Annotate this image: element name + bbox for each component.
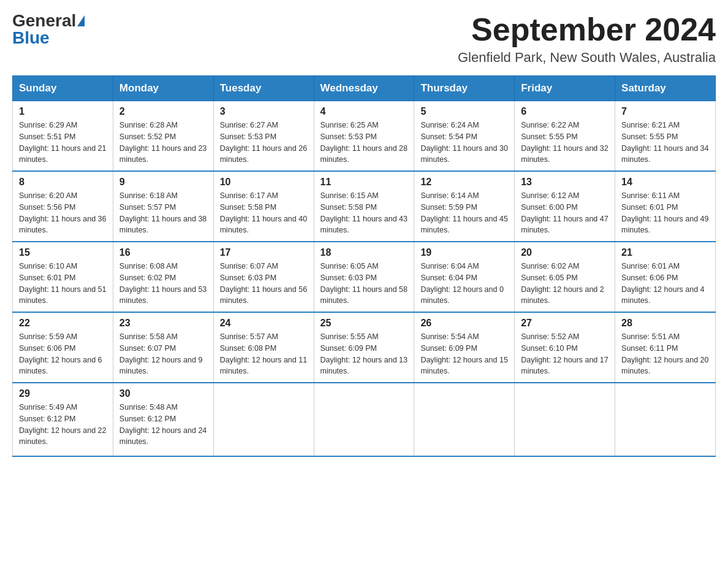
table-row: 27 Sunrise: 5:52 AMSunset: 6:10 PMDaylig… <box>515 312 615 383</box>
header-thursday: Thursday <box>414 76 515 101</box>
day-info: Sunrise: 6:17 AMSunset: 5:58 PMDaylight:… <box>220 191 307 234</box>
table-row: 4 Sunrise: 6:25 AMSunset: 5:53 PMDayligh… <box>314 101 414 172</box>
day-info: Sunrise: 6:21 AMSunset: 5:55 PMDaylight:… <box>621 121 708 164</box>
table-row: 6 Sunrise: 6:22 AMSunset: 5:55 PMDayligh… <box>515 101 615 172</box>
table-row <box>515 383 615 456</box>
day-number: 18 <box>320 247 408 258</box>
day-info: Sunrise: 6:29 AMSunset: 5:51 PMDaylight:… <box>19 121 106 164</box>
day-number: 17 <box>220 247 308 258</box>
day-number: 12 <box>420 177 508 188</box>
header-monday: Monday <box>113 76 213 101</box>
table-row: 30 Sunrise: 5:48 AMSunset: 6:12 PMDaylig… <box>113 383 213 456</box>
day-number: 21 <box>621 247 709 258</box>
day-info: Sunrise: 6:04 AMSunset: 6:04 PMDaylight:… <box>420 262 504 305</box>
table-row: 11 Sunrise: 6:15 AMSunset: 5:58 PMDaylig… <box>314 171 414 242</box>
table-row: 19 Sunrise: 6:04 AMSunset: 6:04 PMDaylig… <box>414 242 515 312</box>
table-row: 28 Sunrise: 5:51 AMSunset: 6:11 PMDaylig… <box>615 312 716 383</box>
table-row: 1 Sunrise: 6:29 AMSunset: 5:51 PMDayligh… <box>13 101 113 172</box>
day-number: 20 <box>521 247 609 258</box>
day-number: 11 <box>320 177 408 188</box>
day-number: 9 <box>119 177 207 188</box>
day-number: 26 <box>420 318 508 329</box>
table-row: 26 Sunrise: 5:54 AMSunset: 6:09 PMDaylig… <box>414 312 515 383</box>
day-info: Sunrise: 5:58 AMSunset: 6:07 PMDaylight:… <box>119 332 203 375</box>
header-saturday: Saturday <box>615 76 716 101</box>
table-row: 23 Sunrise: 5:58 AMSunset: 6:07 PMDaylig… <box>113 312 213 383</box>
table-row: 2 Sunrise: 6:28 AMSunset: 5:52 PMDayligh… <box>113 101 213 172</box>
table-row: 16 Sunrise: 6:08 AMSunset: 6:02 PMDaylig… <box>113 242 213 312</box>
days-header-row: Sunday Monday Tuesday Wednesday Thursday… <box>13 76 716 101</box>
day-info: Sunrise: 6:08 AMSunset: 6:02 PMDaylight:… <box>119 262 207 305</box>
table-row: 7 Sunrise: 6:21 AMSunset: 5:55 PMDayligh… <box>615 101 716 172</box>
day-info: Sunrise: 5:57 AMSunset: 6:08 PMDaylight:… <box>220 332 307 375</box>
day-info: Sunrise: 6:07 AMSunset: 6:03 PMDaylight:… <box>220 262 307 305</box>
day-info: Sunrise: 6:12 AMSunset: 6:00 PMDaylight:… <box>521 191 608 234</box>
table-row: 20 Sunrise: 6:02 AMSunset: 6:05 PMDaylig… <box>515 242 615 312</box>
location-title: Glenfield Park, New South Wales, Austral… <box>458 50 716 66</box>
table-row: 13 Sunrise: 6:12 AMSunset: 6:00 PMDaylig… <box>515 171 615 242</box>
day-info: Sunrise: 6:05 AMSunset: 6:03 PMDaylight:… <box>320 262 408 305</box>
table-row: 12 Sunrise: 6:14 AMSunset: 5:59 PMDaylig… <box>414 171 515 242</box>
day-number: 1 <box>19 106 107 117</box>
table-row: 3 Sunrise: 6:27 AMSunset: 5:53 PMDayligh… <box>213 101 314 172</box>
header-sunday: Sunday <box>13 76 113 101</box>
day-info: Sunrise: 6:01 AMSunset: 6:06 PMDaylight:… <box>621 262 705 305</box>
day-number: 16 <box>119 247 207 258</box>
day-info: Sunrise: 5:54 AMSunset: 6:09 PMDaylight:… <box>420 332 507 375</box>
day-info: Sunrise: 6:25 AMSunset: 5:53 PMDaylight:… <box>320 121 408 164</box>
table-row: 5 Sunrise: 6:24 AMSunset: 5:54 PMDayligh… <box>414 101 515 172</box>
header-tuesday: Tuesday <box>213 76 314 101</box>
day-info: Sunrise: 6:22 AMSunset: 5:55 PMDaylight:… <box>521 121 608 164</box>
table-row <box>314 383 414 456</box>
day-info: Sunrise: 6:14 AMSunset: 5:59 PMDaylight:… <box>420 191 507 234</box>
day-number: 8 <box>19 177 107 188</box>
header-wednesday: Wednesday <box>314 76 414 101</box>
title-area: September 2024 Glenfield Park, New South… <box>458 12 716 66</box>
day-number: 13 <box>521 177 609 188</box>
table-row: 18 Sunrise: 6:05 AMSunset: 6:03 PMDaylig… <box>314 242 414 312</box>
day-number: 5 <box>420 106 508 117</box>
day-number: 23 <box>119 318 207 329</box>
day-info: Sunrise: 5:49 AMSunset: 6:12 PMDaylight:… <box>19 403 106 446</box>
day-number: 6 <box>521 106 609 117</box>
day-number: 24 <box>220 318 308 329</box>
table-row: 15 Sunrise: 6:10 AMSunset: 6:01 PMDaylig… <box>13 242 113 312</box>
day-number: 7 <box>621 106 709 117</box>
header-friday: Friday <box>515 76 615 101</box>
table-row: 22 Sunrise: 5:59 AMSunset: 6:06 PMDaylig… <box>13 312 113 383</box>
day-number: 27 <box>521 318 609 329</box>
day-number: 14 <box>621 177 709 188</box>
table-row: 9 Sunrise: 6:18 AMSunset: 5:57 PMDayligh… <box>113 171 213 242</box>
header: General Blue September 2024 Glenfield Pa… <box>12 12 716 66</box>
logo-blue-text: Blue <box>12 29 50 47</box>
month-title: September 2024 <box>458 12 716 47</box>
logo-triangle-icon <box>77 15 85 26</box>
day-info: Sunrise: 5:52 AMSunset: 6:10 PMDaylight:… <box>521 332 608 375</box>
day-number: 22 <box>19 318 107 329</box>
table-row <box>213 383 314 456</box>
table-row: 29 Sunrise: 5:49 AMSunset: 6:12 PMDaylig… <box>13 383 113 456</box>
day-number: 2 <box>119 106 207 117</box>
table-row <box>615 383 716 456</box>
table-row <box>414 383 515 456</box>
day-info: Sunrise: 6:27 AMSunset: 5:53 PMDaylight:… <box>220 121 307 164</box>
table-row: 17 Sunrise: 6:07 AMSunset: 6:03 PMDaylig… <box>213 242 314 312</box>
day-info: Sunrise: 6:20 AMSunset: 5:56 PMDaylight:… <box>19 191 106 234</box>
logo-general-text: General <box>12 12 76 29</box>
day-number: 19 <box>420 247 508 258</box>
day-number: 10 <box>220 177 308 188</box>
table-row: 14 Sunrise: 6:11 AMSunset: 6:01 PMDaylig… <box>615 171 716 242</box>
table-row: 8 Sunrise: 6:20 AMSunset: 5:56 PMDayligh… <box>13 171 113 242</box>
day-number: 29 <box>19 388 107 399</box>
logo: General Blue <box>12 12 85 47</box>
calendar-table: Sunday Monday Tuesday Wednesday Thursday… <box>12 75 716 457</box>
day-info: Sunrise: 5:51 AMSunset: 6:11 PMDaylight:… <box>621 332 708 375</box>
table-row: 10 Sunrise: 6:17 AMSunset: 5:58 PMDaylig… <box>213 171 314 242</box>
day-info: Sunrise: 5:55 AMSunset: 6:09 PMDaylight:… <box>320 332 408 375</box>
day-number: 28 <box>621 318 709 329</box>
day-info: Sunrise: 6:28 AMSunset: 5:52 PMDaylight:… <box>119 121 207 164</box>
day-info: Sunrise: 5:48 AMSunset: 6:12 PMDaylight:… <box>119 403 207 446</box>
day-info: Sunrise: 6:15 AMSunset: 5:58 PMDaylight:… <box>320 191 408 234</box>
table-row: 24 Sunrise: 5:57 AMSunset: 6:08 PMDaylig… <box>213 312 314 383</box>
day-info: Sunrise: 6:11 AMSunset: 6:01 PMDaylight:… <box>621 191 708 234</box>
